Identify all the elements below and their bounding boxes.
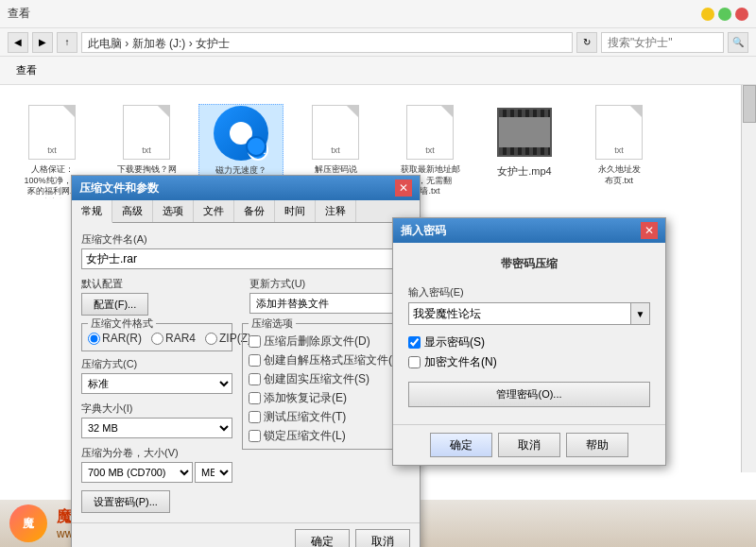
set-password-button[interactable]: 设置密码(P)... [81, 490, 170, 513]
password-ok-button[interactable]: 确定 [430, 433, 492, 457]
password-input-wrapper: ▼ [408, 302, 650, 325]
update-select[interactable]: 添加并替换文件 [249, 293, 410, 314]
password-close-button[interactable]: ✕ [641, 222, 658, 239]
option-sfx[interactable]: 创建自解压格式压缩文件(X) [249, 352, 404, 368]
address-path[interactable]: 此电脑 › 新加卷 (J:) › 女护士 [81, 32, 573, 53]
filename-input[interactable] [81, 248, 410, 269]
film-strip-bottom [499, 147, 550, 155]
format-section-title: 压缩文件格式 [88, 316, 156, 331]
tab-general[interactable]: 常规 [72, 200, 112, 223]
file-icon-video [496, 104, 553, 161]
forward-button[interactable]: ▶ [32, 32, 53, 53]
option-solid[interactable]: 创建固实压缩文件(S) [249, 371, 404, 387]
logo-text: 魔 [23, 516, 34, 532]
dict-size-row: 字典大小(I) 32 MB [81, 402, 232, 438]
config-button[interactable]: 配置(F)... [81, 293, 148, 316]
winrar-dialog: 压缩文件和参数 ✕ 常规 高级 选项 文件 备份 时间 注释 压缩文件名(A) … [71, 175, 421, 547]
split-row: 压缩为分卷，大小(V) 700 MB (CD700) MB [81, 446, 232, 483]
window-controls [701, 8, 748, 21]
titlebar: 查看 [0, 0, 756, 28]
compress-method-label: 压缩方式(C) [81, 357, 232, 371]
tab-advanced[interactable]: 高级 [112, 200, 153, 222]
filename-label: 压缩文件名(A) [81, 232, 410, 247]
dict-size-select[interactable]: 32 MB [81, 418, 232, 438]
password-dialog-title: 插入密码 [401, 223, 641, 239]
tab-options[interactable]: 选项 [153, 200, 194, 222]
format-rar4-option[interactable]: RAR4 [151, 332, 196, 345]
password-input-label: 输入密码(E) [408, 285, 650, 299]
back-button[interactable]: ◀ [8, 32, 28, 53]
config-update-row: 默认配置 配置(F)... 更新方式(U) 添加并替换文件 [81, 277, 410, 316]
filename-row: 压缩文件名(A) [81, 232, 410, 269]
option-delete-original[interactable]: 压缩后删除原文件(D) [249, 333, 404, 350]
app-icon-inner [230, 122, 252, 145]
show-password-checkbox[interactable]: 显示密码(S) [408, 334, 650, 350]
toolbar-view-button[interactable]: 查看 [8, 60, 45, 82]
scrollbar[interactable] [741, 85, 756, 472]
search-button[interactable]: 🔍 [728, 32, 748, 53]
file-icon-txt3: txt [307, 104, 364, 161]
file-icon-txt: txt [24, 104, 80, 161]
winrar-footer: 确定 取消 [72, 522, 420, 547]
winrar-title: 压缩文件和参数 [79, 180, 395, 197]
file-icon-txt5: txt [591, 104, 647, 161]
video-thumbnail [499, 117, 550, 147]
split-inputs: 700 MB (CD700) MB [81, 462, 232, 483]
password-cancel-button[interactable]: 取消 [498, 433, 560, 457]
winrar-tabs: 常规 高级 选项 文件 备份 时间 注释 [72, 200, 420, 223]
file-icon-app: RIt [213, 105, 269, 162]
list-item[interactable]: 女护士.mp4 [482, 104, 567, 178]
option-lock[interactable]: 锁定压缩文件(L) [249, 428, 404, 444]
password-section-title: 带密码压缩 [408, 256, 650, 272]
maximize-button[interactable] [718, 8, 731, 21]
search-input[interactable] [601, 32, 724, 53]
up-button[interactable]: ↑ [57, 32, 77, 53]
format-rar-option[interactable]: RAR(R) [88, 332, 142, 345]
option-test[interactable]: 测试压缩文件(T) [249, 409, 404, 425]
refresh-button[interactable]: ↻ [576, 32, 597, 53]
winrar-ok-button[interactable]: 确定 [295, 529, 350, 547]
password-dialog: 插入密码 ✕ 带密码压缩 输入密码(E) ▼ 显示密码(S) 加密文件名(N) … [392, 217, 666, 466]
format-radio-group: RAR(R) RAR4 ZIP(Z) [88, 332, 226, 345]
compress-options-title: 压缩选项 [249, 316, 296, 331]
left-column: 压缩文件格式 RAR(R) RAR4 ZIP(Z) 压缩方式(C) 标准 字典大… [81, 323, 232, 513]
dict-size-label: 字典大小(I) [81, 402, 232, 416]
tab-files[interactable]: 文件 [194, 200, 234, 222]
file-icon-txt4: txt [402, 104, 458, 161]
winrar-cancel-button[interactable]: 取消 [355, 529, 410, 547]
tab-time[interactable]: 时间 [275, 200, 316, 222]
file-icon-txt2: txt [118, 104, 175, 161]
list-item[interactable]: txt 永久地址发布页.txt [576, 104, 662, 186]
password-dropdown-button[interactable]: ▼ [631, 302, 650, 325]
compress-method-row: 压缩方式(C) 标准 [81, 357, 232, 394]
manage-password-button[interactable]: 管理密码(O)... [408, 382, 650, 407]
update-label: 更新方式(U) [249, 277, 410, 291]
compress-method-select[interactable]: 标准 [81, 373, 232, 394]
set-pwd-row: 设置密码(P)... [81, 490, 232, 513]
encrypt-filename-checkbox[interactable]: 加密文件名(N) [408, 354, 650, 370]
scrollbar-thumb[interactable] [743, 85, 756, 123]
close-button[interactable] [735, 8, 748, 21]
brand-logo: 魔 [9, 504, 47, 542]
password-input[interactable] [408, 302, 631, 325]
format-section: 压缩文件格式 RAR(R) RAR4 ZIP(Z) [81, 323, 232, 351]
winrar-body: 压缩文件名(A) 默认配置 配置(F)... 更新方式(U) 添加并替换文件 压… [72, 223, 420, 522]
winrar-titlebar: 压缩文件和参数 ✕ [72, 176, 420, 200]
tab-comment[interactable]: 注释 [316, 200, 356, 222]
toolbar: 查看 [0, 57, 756, 85]
winrar-close-button[interactable]: ✕ [395, 179, 412, 197]
password-footer: 确定 取消 帮助 [393, 424, 665, 465]
config-col: 默认配置 配置(F)... [81, 277, 242, 316]
split-unit-select[interactable]: MB [195, 462, 232, 483]
compress-options-section: 压缩选项 压缩后删除原文件(D) 创建自解压格式压缩文件(X) 创建固实压缩文件… [242, 323, 410, 450]
two-col-section: 压缩文件格式 RAR(R) RAR4 ZIP(Z) 压缩方式(C) 标准 字典大… [81, 323, 410, 513]
password-help-button[interactable]: 帮助 [566, 433, 628, 457]
password-titlebar: 插入密码 ✕ [393, 218, 665, 243]
option-recovery[interactable]: 添加恢复记录(E) [249, 390, 404, 406]
password-body: 带密码压缩 输入密码(E) ▼ 显示密码(S) 加密文件名(N) 管理密码(O)… [393, 243, 665, 424]
config-label: 默认配置 [81, 277, 242, 291]
right-column: 压缩选项 压缩后删除原文件(D) 创建自解压格式压缩文件(X) 创建固实压缩文件… [242, 323, 410, 513]
tab-backup[interactable]: 备份 [234, 200, 275, 222]
minimize-button[interactable] [701, 8, 714, 21]
split-value-select[interactable]: 700 MB (CD700) [81, 462, 193, 483]
